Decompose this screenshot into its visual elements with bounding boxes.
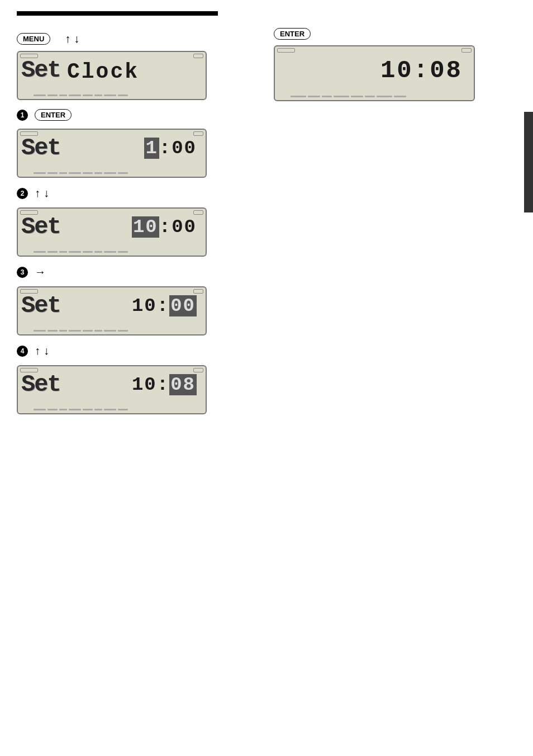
header-bar — [17, 11, 218, 16]
colon-3: : — [157, 295, 169, 316]
menu-button[interactable]: MENU — [17, 33, 50, 45]
step1-header: 1 ENTER — [17, 109, 257, 121]
up-arrow-main[interactable]: ↑ — [65, 32, 70, 45]
page-container: MENU ↑ ↓ Set Clock 1 ENTER Set — [0, 0, 533, 756]
left-column: MENU ↑ ↓ Set Clock 1 ENTER Set — [0, 0, 268, 756]
hour-digit-3: 10 — [132, 295, 157, 316]
final-seg-bottom — [291, 96, 469, 97]
min-digit-3: 00 — [169, 295, 197, 316]
set-label-3: Set — [21, 294, 60, 318]
colon-4: : — [157, 374, 169, 395]
step2-down-arrow[interactable]: ↓ — [44, 187, 49, 200]
set-label-1: Set — [21, 136, 60, 160]
step3-circle: 3 — [17, 267, 28, 278]
step4-header: 4 ↑ ↓ — [17, 344, 257, 357]
seg-bottom-4 — [34, 409, 201, 410]
seg-bottom-0 — [34, 94, 201, 96]
display-step4: Set 10:08 — [17, 365, 207, 414]
display-step1: Set 1:00 — [17, 129, 207, 178]
min-digit-4: 08 — [169, 374, 197, 395]
time-step3: 10:00 — [132, 295, 197, 316]
time-step4: 10:08 — [132, 374, 197, 395]
set-label-0: Set — [21, 59, 60, 82]
step1-circle: 1 — [17, 110, 28, 121]
corner-tr-1 — [193, 131, 203, 136]
right-tab-indicator — [524, 112, 533, 212]
corner-tr-4 — [193, 368, 203, 372]
time-step2: 10:00 — [132, 216, 197, 238]
corner-tr-2 — [193, 210, 203, 215]
final-corner-tl — [277, 48, 295, 53]
display-clock: Set Clock — [17, 51, 207, 100]
hour-digit-1: 1 — [144, 138, 159, 159]
seg-bottom-2 — [34, 251, 201, 253]
step1-enter-button[interactable]: ENTER — [35, 109, 72, 121]
display-step2: Set 10:00 — [17, 207, 207, 257]
hour-digit-4: 10 — [132, 374, 157, 395]
set-label-2: Set — [21, 215, 60, 239]
step4-circle: 4 — [17, 346, 28, 357]
final-display: 10:08 — [274, 45, 475, 101]
down-arrow-main[interactable]: ↓ — [74, 32, 79, 45]
colon-2: : — [159, 216, 172, 238]
step3-header: 3 → — [17, 266, 257, 278]
final-time: 10:08 — [380, 56, 463, 84]
right-column: ENTER 10:08 — [268, 0, 533, 756]
step2-header: 2 ↑ ↓ — [17, 187, 257, 200]
step2-up-arrow[interactable]: ↑ — [35, 187, 40, 200]
step4-up-arrow[interactable]: ↑ — [35, 344, 40, 357]
set-label-4: Set — [21, 373, 60, 396]
step4-down-arrow[interactable]: ↓ — [44, 344, 49, 357]
clock-label: Clock — [67, 60, 139, 84]
seg-bottom-1 — [34, 172, 201, 174]
enter-button-right[interactable]: ENTER — [274, 28, 311, 40]
min-digit-1: 00 — [172, 138, 197, 159]
corner-decoration-tr — [193, 54, 203, 58]
colon-1: : — [159, 138, 172, 159]
corner-tr-3 — [193, 289, 203, 294]
hour-digit-2: 10 — [132, 216, 159, 238]
step2-circle: 2 — [17, 188, 28, 199]
display-step3: Set 10:00 — [17, 286, 207, 336]
step3-right-arrow[interactable]: → — [35, 266, 46, 278]
time-step1: 1:00 — [144, 138, 197, 159]
seg-bottom-3 — [34, 330, 201, 332]
min-digit-2: 00 — [172, 216, 197, 238]
final-corner-tr — [461, 48, 472, 53]
